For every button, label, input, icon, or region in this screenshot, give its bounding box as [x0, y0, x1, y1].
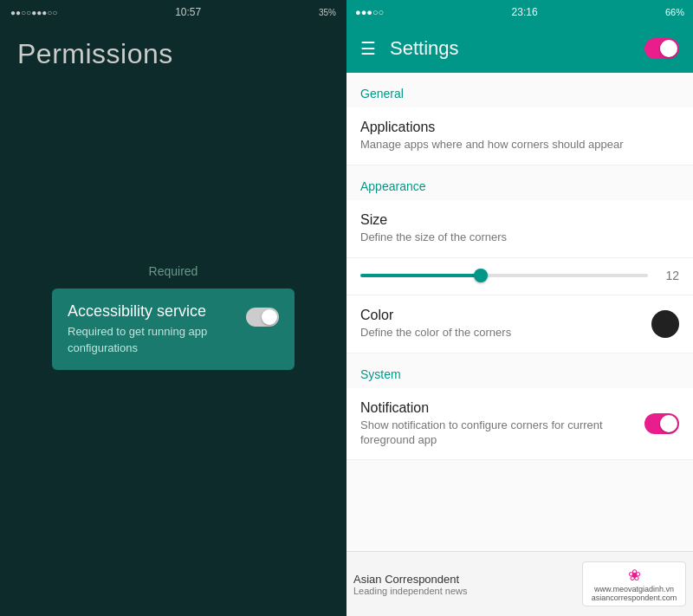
header-toggle[interactable] [644, 38, 679, 59]
left-content: Required Accessibility service Required … [0, 18, 346, 616]
notification-toggle[interactable] [644, 413, 679, 434]
settings-content: General Applications Manage apps where a… [346, 73, 693, 616]
required-label: Required [149, 264, 198, 278]
slider-track[interactable] [360, 274, 648, 277]
applications-text: Applications Manage apps where and how c… [360, 120, 624, 152]
section-system: System [346, 353, 693, 388]
color-item[interactable]: Color Define the color of the corners [346, 295, 693, 353]
notification-text: Notification Show notification to config… [360, 400, 634, 448]
left-time: 10:57 [175, 6, 201, 18]
slider-fill [360, 274, 481, 277]
size-text: Size Define the size of the corners [360, 212, 507, 245]
bottom-bar-logo: ❀ [588, 566, 680, 585]
color-text: Color Define the color of the corners [360, 308, 511, 340]
left-status-icons: ●●○○●●●○○ [10, 8, 57, 17]
bottom-bar-url: www.meovatgiadinh.vn [588, 585, 680, 593]
right-signal-icon: ●●●○○ [355, 7, 384, 17]
applications-desc: Manage apps where and how corners should… [360, 138, 624, 152]
accessibility-card[interactable]: Accessibility service Required to get ru… [52, 289, 295, 369]
color-title: Color [360, 308, 511, 323]
accessibility-card-title: Accessibility service [68, 302, 236, 321]
bottom-bar-subtitle: Leading independent news [353, 586, 575, 596]
slider-row: 12 [360, 269, 679, 282]
color-swatch[interactable] [651, 310, 679, 338]
status-bar-right: ●●●○○ 23:16 66% [346, 0, 693, 24]
section-appearance: Appearance [346, 165, 693, 200]
applications-title: Applications [360, 120, 624, 135]
notification-item[interactable]: Notification Show notification to config… [346, 388, 693, 461]
size-desc: Define the size of the corners [360, 230, 507, 245]
bottom-ad-bar: Asian Correspondent Leading independent … [346, 551, 693, 616]
right-time: 23:16 [512, 6, 538, 18]
notification-title: Notification [360, 400, 634, 416]
slider-section[interactable]: 12 [346, 258, 693, 295]
right-battery: 66% [665, 7, 684, 17]
color-desc: Define the color of the corners [360, 326, 511, 340]
app-header: ☰ Settings [346, 24, 693, 73]
applications-item[interactable]: Applications Manage apps where and how c… [346, 107, 693, 165]
section-general: General [346, 73, 693, 107]
app-title: Settings [390, 37, 631, 60]
signal-icon: ●●○○●●●○○ [10, 8, 57, 17]
notification-desc: Show notification to configure corners f… [360, 418, 634, 448]
size-item: Size Define the size of the corners [346, 200, 693, 258]
bottom-bar-left: Asian Correspondent Leading independent … [353, 573, 575, 596]
bottom-bar-right[interactable]: ❀ www.meovatgiadinh.vn asiancorresponden… [582, 561, 686, 606]
slider-value: 12 [658, 269, 679, 282]
accessibility-toggle[interactable] [246, 308, 279, 327]
right-status-icons: ●●●○○ [355, 7, 384, 17]
menu-icon[interactable]: ☰ [360, 40, 376, 57]
accessibility-card-desc: Required to get running app configuratio… [68, 324, 236, 355]
slider-thumb[interactable] [474, 269, 488, 282]
right-battery-icons: 66% [665, 7, 684, 17]
left-battery: 35% [319, 8, 336, 17]
bottom-bar-url2: asiancorrespondent.com [588, 593, 680, 602]
size-title: Size [360, 212, 507, 228]
bottom-bar-title: Asian Correspondent [353, 573, 575, 586]
accessibility-card-text: Accessibility service Required to get ru… [68, 302, 236, 355]
left-panel: ●●○○●●●○○ 10:57 35% Permissions Required… [0, 0, 346, 616]
right-panel: ●●●○○ 23:16 66% ☰ Settings General Appli… [346, 0, 693, 616]
